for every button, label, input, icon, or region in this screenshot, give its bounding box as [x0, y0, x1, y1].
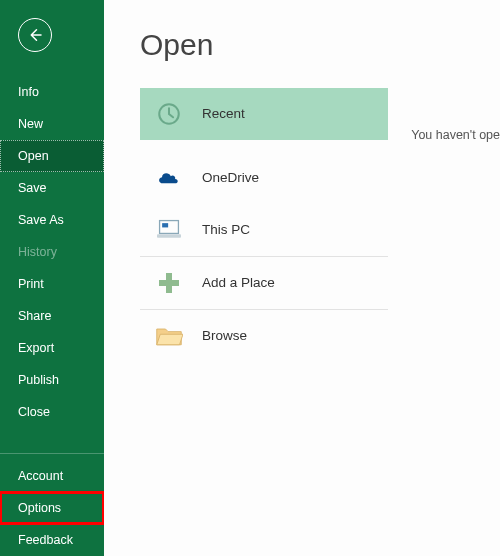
sidebar-item-export[interactable]: Export	[0, 332, 104, 364]
sidebar-item-options[interactable]: Options	[0, 492, 104, 524]
source-item-add-place[interactable]: Add a Place	[140, 257, 388, 309]
sidebar-item-info[interactable]: Info	[0, 76, 104, 108]
sidebar-item-label: Publish	[18, 373, 59, 387]
spacer	[140, 140, 388, 152]
recent-empty-text: You haven't ope	[411, 128, 500, 142]
main-panel: Open Recent OneDrive	[104, 0, 500, 556]
source-item-label: Browse	[202, 328, 247, 343]
sidebar-item-label: History	[18, 245, 57, 259]
sidebar-item-close[interactable]: Close	[0, 396, 104, 428]
sidebar-item-label: Share	[18, 309, 51, 323]
sidebar-item-label: Account	[18, 469, 63, 483]
source-item-label: This PC	[202, 222, 250, 237]
back-arrow-icon	[26, 26, 44, 44]
source-item-label: Add a Place	[202, 275, 275, 290]
sidebar-item-print[interactable]: Print	[0, 268, 104, 300]
source-item-browse[interactable]: Browse	[140, 310, 388, 362]
cloud-icon	[154, 163, 184, 193]
sidebar-item-new[interactable]: New	[0, 108, 104, 140]
sidebar-item-label: Feedback	[18, 533, 73, 547]
sidebar-item-label: Info	[18, 85, 39, 99]
sidebar-item-label: Print	[18, 277, 44, 291]
sidebar-item-feedback[interactable]: Feedback	[0, 524, 104, 556]
svg-rect-3	[157, 234, 181, 237]
sidebar-item-label: Close	[18, 405, 50, 419]
sidebar-item-label: Open	[18, 149, 49, 163]
source-item-label: Recent	[202, 106, 245, 121]
page-title: Open	[140, 28, 500, 62]
sidebar-separator	[0, 453, 104, 454]
computer-icon	[154, 215, 184, 245]
sidebar-item-label: Options	[18, 501, 61, 515]
sidebar-item-publish[interactable]: Publish	[0, 364, 104, 396]
sidebar-item-label: New	[18, 117, 43, 131]
sidebar-item-save[interactable]: Save	[0, 172, 104, 204]
open-source-list: Recent OneDrive	[140, 88, 388, 362]
source-item-label: OneDrive	[202, 170, 259, 185]
source-item-this-pc[interactable]: This PC	[140, 204, 388, 256]
sidebar: Info New Open Save Save As History Print…	[0, 0, 104, 556]
source-item-onedrive[interactable]: OneDrive	[140, 152, 388, 204]
sidebar-item-account[interactable]: Account	[0, 460, 104, 492]
file-backstage: Info New Open Save Save As History Print…	[0, 0, 500, 556]
sidebar-item-history[interactable]: History	[0, 236, 104, 268]
sidebar-spacer	[0, 428, 104, 447]
sidebar-item-label: Save As	[18, 213, 64, 227]
sidebar-item-label: Export	[18, 341, 54, 355]
sidebar-item-label: Save	[18, 181, 47, 195]
sidebar-item-open[interactable]: Open	[0, 140, 104, 172]
folder-icon	[154, 321, 184, 351]
sidebar-item-share[interactable]: Share	[0, 300, 104, 332]
recent-icon	[154, 99, 184, 129]
svg-rect-2	[162, 223, 168, 227]
plus-icon	[154, 268, 184, 298]
source-item-recent[interactable]: Recent	[140, 88, 388, 140]
sidebar-menu: Info New Open Save Save As History Print…	[0, 76, 104, 428]
sidebar-item-save-as[interactable]: Save As	[0, 204, 104, 236]
svg-rect-5	[159, 280, 179, 286]
back-button[interactable]	[18, 18, 52, 52]
